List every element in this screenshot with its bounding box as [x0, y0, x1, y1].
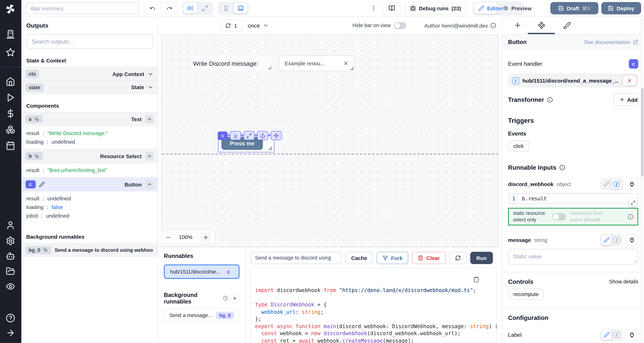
info-icon[interactable]	[559, 164, 565, 170]
clear-button[interactable]: Clear	[412, 252, 446, 264]
center-layout-button[interactable]	[183, 3, 197, 14]
settings-icon[interactable]	[6, 236, 15, 246]
collapse-button[interactable]	[145, 152, 154, 160]
hide-bar-toggle[interactable]	[394, 22, 406, 29]
resize-handle[interactable]	[632, 259, 637, 263]
component-row-c[interactable]: c Button	[21, 178, 158, 191]
resize-handle[interactable]	[268, 66, 271, 69]
runs-icon[interactable]	[6, 93, 15, 102]
collapse-sidebar-icon[interactable]	[6, 328, 15, 338]
component-row-a[interactable]: a Text	[21, 112, 158, 126]
collapse-button[interactable]	[145, 180, 154, 189]
audit-icon[interactable]	[6, 282, 15, 291]
workspace-icon[interactable]	[6, 30, 15, 39]
chevron-down-icon[interactable]	[148, 84, 154, 90]
connect-button[interactable]	[626, 329, 638, 341]
app-summary-input[interactable]	[26, 2, 139, 14]
script-name-input[interactable]	[250, 252, 342, 264]
anchor-button[interactable]	[257, 131, 268, 140]
schedules-icon[interactable]	[6, 141, 15, 150]
expand-down-button[interactable]	[230, 131, 241, 140]
resources-from-users-label: resources from users allowed	[570, 210, 614, 223]
output-row-ctx[interactable]: ctx App Context	[21, 67, 158, 80]
help-icon[interactable]	[6, 313, 15, 323]
eval-mode-button[interactable]: ƒ	[612, 330, 622, 340]
resize-handle[interactable]	[350, 67, 353, 70]
component-b-outputs: result:"$res:u/henri/testing_bot"	[21, 163, 158, 178]
draft-button[interactable]: Draft ⌘S	[550, 2, 598, 14]
static-resource-toggle[interactable]	[552, 213, 566, 220]
redo-button[interactable]	[161, 3, 178, 14]
tab-preview[interactable]: Preview	[498, 2, 522, 14]
scrollbar-thumb[interactable]	[641, 88, 644, 177]
refresh-count-button[interactable]: 1	[220, 19, 242, 32]
tab-insert-icon[interactable]	[514, 21, 522, 29]
windmill-logo-icon[interactable]	[4, 3, 16, 15]
docs-button[interactable]	[383, 2, 401, 14]
info-icon[interactable]	[490, 23, 496, 28]
move-button[interactable]	[271, 131, 282, 140]
run-button[interactable]: Run	[470, 252, 493, 264]
function-icon: ƒ	[512, 77, 519, 84]
fullscreen-layout-button[interactable]	[198, 3, 212, 14]
debug-runs-button[interactable]: Debug runs (23)	[404, 2, 466, 14]
expand-editor-button[interactable]	[629, 199, 637, 206]
favorites-icon[interactable]	[6, 48, 15, 57]
recompute-chip[interactable]: recompute	[508, 289, 544, 300]
tab-settings-icon[interactable]	[538, 21, 545, 29]
fork-button[interactable]: Fork	[377, 252, 408, 264]
collapse-button[interactable]	[145, 115, 154, 124]
inspector-scrollbar[interactable]	[640, 16, 644, 343]
background-runnable-item[interactable]: Send a message... bg_0	[164, 308, 240, 322]
copy-code-icon[interactable]	[473, 276, 479, 282]
connect-button[interactable]	[626, 234, 638, 246]
tab-editor[interactable]: Editor	[474, 2, 497, 14]
folders-icon[interactable]	[6, 266, 15, 276]
desktop-view-button[interactable]	[234, 3, 248, 14]
background-runnable-row[interactable]: bg_0 Send a message to discord using web…	[21, 243, 158, 257]
cache-button[interactable]: Cache	[346, 252, 373, 264]
info-icon[interactable]	[628, 214, 634, 220]
static-mode-button[interactable]	[601, 330, 612, 340]
undo-button[interactable]	[144, 3, 161, 14]
schedule-select[interactable]: once	[248, 22, 268, 28]
code-editor[interactable]: import discordwebhook from "https://deno…	[250, 268, 497, 343]
app-canvas[interactable]: Write Discord message: Example resou... …	[162, 34, 499, 247]
remove-runnable-button[interactable]	[622, 75, 637, 86]
output-row-state[interactable]: state State	[21, 80, 158, 94]
text-component[interactable]: Write Discord message:	[192, 56, 272, 70]
add-background-runnable-button[interactable]	[230, 293, 240, 303]
see-documentation-link[interactable]: See documentation	[584, 39, 638, 45]
more-menu-icon[interactable]	[370, 4, 377, 12]
reload-button[interactable]	[449, 252, 466, 264]
static-mode-button[interactable]	[601, 235, 612, 245]
search-outputs-input[interactable]	[26, 34, 153, 49]
resource-select-component[interactable]: Example resou...	[279, 56, 354, 71]
fullsize-button[interactable]	[244, 131, 254, 140]
clear-selection-icon[interactable]	[343, 60, 349, 66]
component-row-b[interactable]: b Resource Select	[21, 149, 158, 163]
connect-button[interactable]	[626, 178, 638, 190]
event-handler-runnable[interactable]: ƒ hub/1511/discord/send_a_message_...	[508, 74, 638, 88]
add-transformer-button[interactable]: Add	[614, 93, 638, 106]
info-icon[interactable]	[547, 97, 553, 102]
show-details-link[interactable]: Show details	[609, 279, 638, 284]
home-icon[interactable]	[6, 77, 15, 86]
message-static-input[interactable]: Static value	[508, 249, 638, 264]
expression-editor[interactable]: 1 b.result	[508, 193, 638, 204]
resources-icon[interactable]	[6, 125, 15, 134]
static-mode-button[interactable]	[601, 179, 612, 189]
deploy-button[interactable]: Deploy	[601, 2, 641, 14]
runnable-item-selected[interactable]: hub/1511/discord/se... c	[164, 264, 240, 279]
mobile-view-button[interactable]	[219, 3, 233, 14]
workers-icon[interactable]	[6, 251, 15, 261]
eval-mode-button[interactable]: ƒ	[612, 235, 622, 245]
zoom-in-button[interactable]	[200, 232, 211, 242]
variables-icon[interactable]	[6, 109, 15, 118]
resize-handle[interactable]	[269, 147, 272, 150]
tab-styling-icon[interactable]	[563, 21, 571, 29]
eval-mode-button[interactable]: ƒ	[612, 179, 622, 189]
users-icon[interactable]	[6, 220, 15, 230]
chevron-down-icon[interactable]	[148, 71, 154, 77]
zoom-out-icon[interactable]	[166, 234, 171, 240]
